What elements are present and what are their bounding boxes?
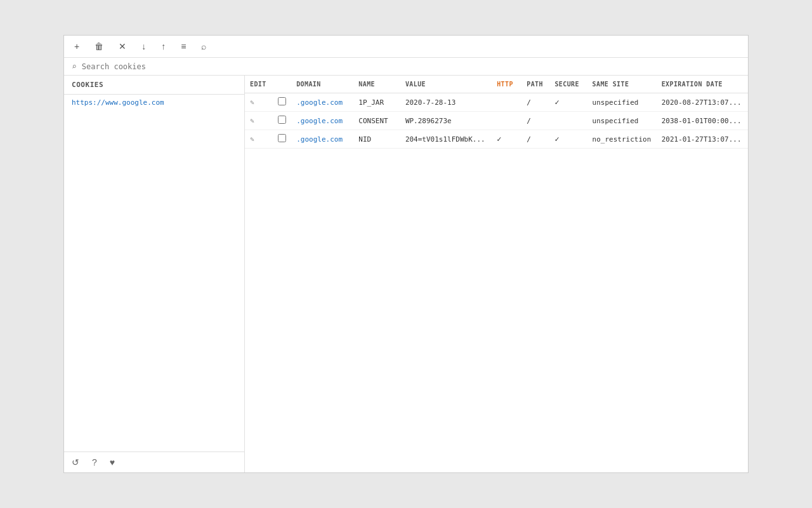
value-cell: 2020-7-28-13: [400, 93, 492, 112]
samesite-cell: unspecified: [587, 93, 657, 112]
left-panel: COOKIES https://www.google.com ↺ ? ♥: [64, 76, 245, 472]
name-cell: CONSENT: [353, 112, 400, 130]
right-panel: EDIT DOMAIN NAME VALUE HTTP PATH SECURE …: [245, 76, 748, 472]
table-wrapper: EDIT DOMAIN NAME VALUE HTTP PATH SECURE …: [245, 76, 748, 149]
col-header-name: NAME: [353, 76, 400, 93]
checkbox-cell: [273, 112, 291, 130]
edit-cell: ✎: [245, 130, 273, 149]
row-checkbox[interactable]: [278, 97, 286, 105]
name-cell: 1P_JAR: [353, 93, 400, 112]
refresh-button[interactable]: ↺: [72, 457, 79, 467]
edit-icon[interactable]: ✎: [250, 135, 254, 144]
table-header-row: EDIT DOMAIN NAME VALUE HTTP PATH SECURE …: [245, 76, 748, 93]
col-header-domain: DOMAIN: [291, 76, 353, 93]
http-cell: [492, 112, 521, 130]
delete-button[interactable]: 🗑: [92, 41, 106, 52]
col-header-edit: EDIT: [245, 76, 273, 93]
row-checkbox[interactable]: [278, 134, 286, 142]
domain-cell: .google.com: [291, 130, 353, 149]
value-cell: 204=tV01s1lFDWbK...: [400, 130, 492, 149]
samesite-cell: unspecified: [587, 112, 657, 130]
menu-button[interactable]: ≡: [178, 41, 188, 52]
table-row: ✎.google.comNID204=tV01s1lFDWbK...✓/✓no_…: [245, 130, 748, 149]
http-cell: [492, 93, 521, 112]
domain-link[interactable]: .google.com: [296, 117, 343, 125]
http-cell: ✓: [492, 130, 521, 149]
cookies-header: COOKIES: [64, 76, 244, 95]
value-cell: WP.2896273e: [400, 112, 492, 130]
close-button[interactable]: ✕: [116, 41, 129, 52]
add-button[interactable]: +: [72, 41, 82, 52]
toolbar: + 🗑 ✕ ↓ ↑ ≡ ⌕: [64, 36, 748, 58]
expiration-cell: 2021-01-27T13:07...: [657, 130, 748, 149]
col-header-http: HTTP: [492, 76, 521, 93]
table-row: ✎.google.com1P_JAR2020-7-28-13/✓unspecif…: [245, 93, 748, 112]
path-cell: /: [521, 112, 549, 130]
domain-cell: .google.com: [291, 112, 353, 130]
secure-checkmark: ✓: [554, 98, 559, 107]
search-bar: ⌕: [64, 58, 748, 76]
search-input[interactable]: [82, 62, 209, 71]
http-checkmark: ✓: [497, 135, 501, 144]
domain-link[interactable]: .google.com: [296, 135, 343, 144]
edit-icon[interactable]: ✎: [250, 117, 254, 125]
upload-button[interactable]: ↑: [159, 41, 168, 52]
edit-icon[interactable]: ✎: [250, 98, 254, 107]
google-url-item[interactable]: https://www.google.com: [64, 95, 244, 110]
col-header-samesite: SAME SITE: [587, 76, 657, 93]
left-footer: ↺ ? ♥: [64, 451, 244, 472]
table-row: ✎.google.comCONSENTWP.2896273e/unspecifi…: [245, 112, 748, 130]
search-toggle-button[interactable]: ⌕: [199, 41, 209, 52]
col-header-secure: SECURE: [549, 76, 587, 93]
cookies-table: EDIT DOMAIN NAME VALUE HTTP PATH SECURE …: [245, 76, 748, 149]
expiration-cell: 2038-01-01T00:00...: [657, 112, 748, 130]
content-area: COOKIES https://www.google.com ↺ ? ♥ EDI…: [64, 76, 748, 472]
col-header-value: VALUE: [400, 76, 492, 93]
edit-cell: ✎: [245, 112, 273, 130]
secure-checkmark: ✓: [554, 135, 559, 144]
row-checkbox[interactable]: [278, 116, 286, 124]
samesite-cell: no_restriction: [587, 130, 657, 149]
name-cell: NID: [353, 130, 400, 149]
checkbox-cell: [273, 130, 291, 149]
col-header-expiration: EXPIRATION DATE: [657, 76, 748, 93]
secure-cell: [549, 112, 587, 130]
secure-cell: ✓: [549, 130, 587, 149]
download-button[interactable]: ↓: [139, 41, 148, 52]
heart-button[interactable]: ♥: [110, 457, 115, 467]
search-icon: ⌕: [72, 62, 77, 71]
secure-cell: ✓: [549, 93, 587, 112]
path-cell: /: [521, 93, 549, 112]
help-button[interactable]: ?: [92, 457, 97, 467]
domain-cell: .google.com: [291, 93, 353, 112]
domain-link[interactable]: .google.com: [296, 98, 343, 107]
col-header-checkbox: [273, 76, 291, 93]
checkbox-cell: [273, 93, 291, 112]
col-header-path: PATH: [521, 76, 549, 93]
main-panel: + 🗑 ✕ ↓ ↑ ≡ ⌕ ⌕ COOKIES https://www.goog…: [63, 35, 749, 473]
expiration-cell: 2020-08-27T13:07...: [657, 93, 748, 112]
path-cell: /: [521, 130, 549, 149]
edit-cell: ✎: [245, 93, 273, 112]
